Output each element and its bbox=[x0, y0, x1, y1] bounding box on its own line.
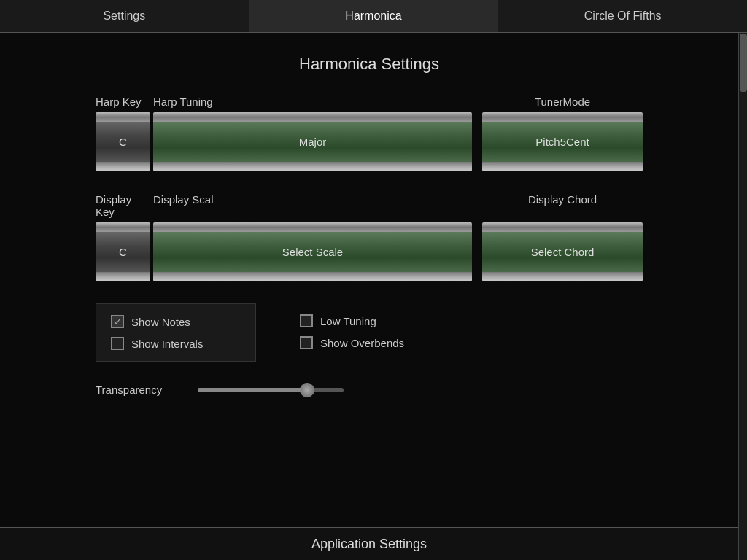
display-key-value[interactable]: C bbox=[96, 232, 150, 272]
show-overbends-label: Show Overbends bbox=[320, 337, 404, 349]
tuner-mode-value[interactable]: Pitch5Cent bbox=[482, 122, 643, 162]
display-scal-value[interactable]: Select Scale bbox=[153, 232, 472, 272]
harp-labels-row: Harp Key Harp Tuning TunerMode bbox=[96, 96, 643, 108]
content-area: Harmonica Settings Harp Key Harp Tuning … bbox=[0, 33, 738, 560]
show-intervals-label: Show Intervals bbox=[131, 338, 203, 350]
transparency-slider-fill bbox=[198, 388, 307, 392]
low-tuning-label: Low Tuning bbox=[320, 315, 376, 327]
show-notes-checkbox[interactable]: ✓ Show Notes bbox=[111, 315, 241, 328]
tab-bar: Settings Harmonica Circle Of Fifths bbox=[0, 0, 747, 33]
display-chord-top-rail bbox=[482, 222, 643, 232]
harp-key-top-rail bbox=[96, 112, 150, 122]
show-notes-box[interactable]: ✓ bbox=[111, 315, 124, 328]
app-settings-label: Application Settings bbox=[311, 537, 427, 552]
tuner-mode-label: TunerMode bbox=[482, 96, 643, 108]
display-chord-label: Display Chord bbox=[482, 193, 643, 218]
transparency-slider-track[interactable] bbox=[198, 388, 344, 392]
low-tuning-box[interactable] bbox=[300, 314, 313, 327]
tab-harmonica[interactable]: Harmonica bbox=[249, 0, 499, 32]
display-scal-label: Display Scal bbox=[153, 193, 475, 218]
display-key-top-rail bbox=[96, 222, 150, 232]
scrollbar-track[interactable] bbox=[738, 33, 747, 560]
show-notes-check-icon: ✓ bbox=[114, 317, 122, 327]
right-checkbox-group: Low Tuning Show Overbends bbox=[285, 303, 431, 362]
show-intervals-checkbox[interactable]: Show Intervals bbox=[111, 337, 241, 350]
harp-tuning-value[interactable]: Major bbox=[153, 122, 472, 162]
show-intervals-box[interactable] bbox=[111, 337, 124, 350]
show-overbends-box[interactable] bbox=[300, 336, 313, 349]
display-scal-picker[interactable]: Select Scale bbox=[153, 222, 472, 281]
display-key-bottom-rail bbox=[96, 272, 150, 281]
low-tuning-checkbox[interactable]: Low Tuning bbox=[300, 314, 417, 327]
harp-tuning-bottom-rail bbox=[153, 162, 472, 171]
transparency-label: Transparency bbox=[96, 384, 183, 396]
page-title: Harmonica Settings bbox=[15, 55, 724, 74]
tuner-mode-picker[interactable]: Pitch5Cent bbox=[482, 112, 643, 171]
display-chord-value[interactable]: Select Chord bbox=[482, 232, 643, 272]
harp-tuning-picker[interactable]: Major bbox=[153, 112, 472, 171]
display-key-picker[interactable]: C bbox=[96, 222, 150, 281]
display-key-label: Display Key bbox=[96, 193, 150, 218]
display-chord-picker[interactable]: Select Chord bbox=[482, 222, 643, 281]
harp-section: Harp Key Harp Tuning TunerMode C Major bbox=[96, 96, 643, 171]
display-scal-bottom-rail bbox=[153, 272, 472, 281]
display-section: Display Key Display Scal Display Chord C… bbox=[96, 193, 643, 281]
display-chord-bottom-rail bbox=[482, 272, 643, 281]
show-notes-label: Show Notes bbox=[131, 316, 190, 328]
scrollbar-thumb[interactable] bbox=[740, 34, 747, 92]
harp-tuning-label: Harp Tuning bbox=[153, 96, 475, 108]
display-labels-row: Display Key Display Scal Display Chord bbox=[96, 193, 643, 218]
transparency-slider-thumb[interactable] bbox=[300, 383, 314, 397]
harp-key-picker[interactable]: C bbox=[96, 112, 150, 171]
main-content: Harmonica Settings Harp Key Harp Tuning … bbox=[0, 33, 747, 560]
left-checkbox-group: ✓ Show Notes Show Intervals bbox=[96, 303, 256, 362]
tuner-mode-bottom-rail bbox=[482, 162, 643, 171]
harp-key-label: Harp Key bbox=[96, 96, 150, 108]
harp-key-bottom-rail bbox=[96, 162, 150, 171]
display-pickers-row: C Select Scale Select Chord bbox=[96, 222, 643, 281]
app-settings-footer[interactable]: Application Settings bbox=[0, 527, 738, 560]
tab-circle-of-fifths[interactable]: Circle Of Fifths bbox=[498, 0, 747, 32]
checkboxes-area: ✓ Show Notes Show Intervals Low Tuning bbox=[96, 303, 643, 362]
harp-pickers-row: C Major Pitch5Cent bbox=[96, 112, 643, 171]
tuner-mode-top-rail bbox=[482, 112, 643, 122]
show-overbends-checkbox[interactable]: Show Overbends bbox=[300, 336, 417, 349]
transparency-row: Transparency bbox=[96, 384, 643, 396]
display-scal-top-rail bbox=[153, 222, 472, 232]
tab-settings[interactable]: Settings bbox=[0, 0, 249, 32]
harp-key-value[interactable]: C bbox=[96, 122, 150, 162]
harp-tuning-top-rail bbox=[153, 112, 472, 122]
